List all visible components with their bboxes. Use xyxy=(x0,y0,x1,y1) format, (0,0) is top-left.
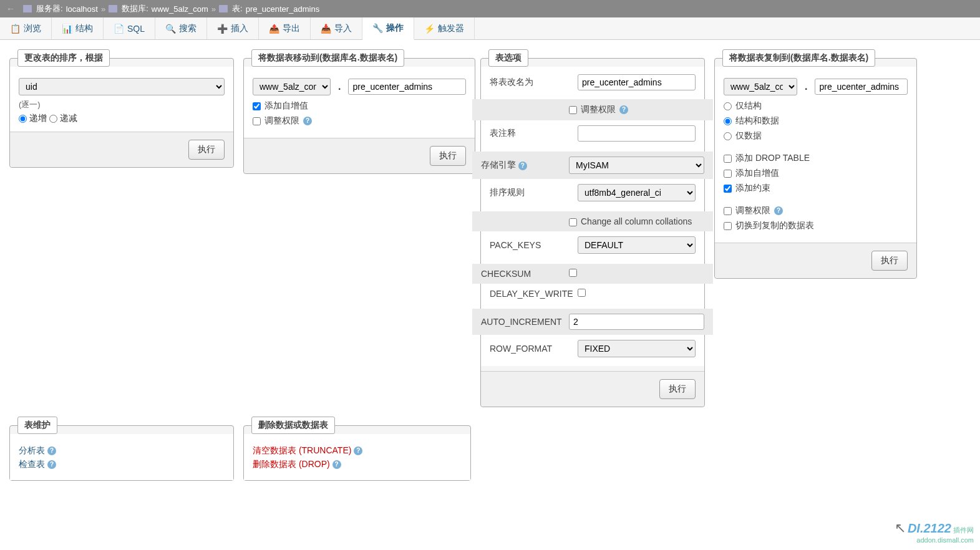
auto-inc-label: AUTO_INCREMENT xyxy=(481,317,565,327)
tab-sql[interactable]: 📄SQL xyxy=(104,17,155,39)
row-format-label: ROW_FORMAT xyxy=(490,344,574,354)
table-options-submit[interactable]: 执行 xyxy=(659,379,696,399)
truncate-link[interactable]: 清空数据表 (TRUNCATE) xyxy=(253,445,351,456)
pack-keys-select[interactable]: DEFAULT xyxy=(578,236,696,254)
engine-label: 存储引擎 xyxy=(481,160,516,170)
copy-structure-data-radio[interactable] xyxy=(724,117,732,125)
delete-panel: 删除数据或数据表 清空数据表 (TRUNCATE) ? 删除数据表 (DROP)… xyxy=(243,417,471,481)
tab-structure[interactable]: 📊结构 xyxy=(52,17,104,39)
copy-table-submit[interactable]: 执行 xyxy=(871,251,908,271)
browse-icon: 📋 xyxy=(10,24,20,34)
table-options-panel: 表选项 将表改名为 调整权限 ? 表注释 存储引擎 ?MyISAM 排序规则ut… xyxy=(480,49,705,407)
copy-add-drop-checkbox[interactable] xyxy=(724,155,732,163)
help-icon[interactable]: ? xyxy=(303,117,312,125)
database-link[interactable]: www_5alz_com xyxy=(152,4,208,14)
table-link[interactable]: pre_ucenter_admins xyxy=(246,4,320,14)
server-link[interactable]: localhost xyxy=(66,4,98,14)
structure-icon: 📊 xyxy=(62,24,72,34)
dot-separator: . xyxy=(805,81,807,92)
move-db-select[interactable]: www_5alz_com xyxy=(253,78,331,95)
copy-structure-only-radio[interactable] xyxy=(724,102,732,110)
table-options-legend: 表选项 xyxy=(488,49,528,67)
copy-data-only-radio[interactable] xyxy=(724,132,732,140)
change-collations-checkbox[interactable] xyxy=(569,218,577,226)
order-asc-label: 递增 xyxy=(29,113,47,124)
check-link[interactable]: 检查表 xyxy=(19,459,45,470)
checksum-label: CHECKSUM xyxy=(481,269,565,279)
wrench-icon: 🔧 xyxy=(372,23,382,33)
table-icon xyxy=(219,5,228,12)
tab-triggers[interactable]: ⚡触发器 xyxy=(414,17,475,39)
table-label: 表: xyxy=(232,3,243,14)
move-auto-inc-checkbox[interactable] xyxy=(253,102,261,110)
copy-adjust-priv-checkbox[interactable] xyxy=(724,207,732,215)
server-label: 服务器: xyxy=(36,3,63,14)
maintenance-panel: 表维护 分析表 ? 检查表 ? xyxy=(9,417,234,481)
rename-adjust-priv-label: 调整权限 xyxy=(581,104,616,115)
copy-add-drop-label: 添加 DROP TABLE xyxy=(735,153,810,164)
collation-select[interactable]: utf8mb4_general_ci xyxy=(578,184,696,201)
alter-order-submit[interactable]: 执行 xyxy=(188,140,225,160)
tab-import[interactable]: 📥导入 xyxy=(311,17,362,39)
import-icon: 📥 xyxy=(321,24,331,34)
row-format-select[interactable]: FIXED xyxy=(578,340,696,357)
order-desc-label: 递减 xyxy=(60,113,77,124)
checksum-checkbox[interactable] xyxy=(569,269,577,277)
help-icon[interactable]: ? xyxy=(47,446,56,455)
collation-label: 排序规则 xyxy=(490,187,574,198)
copy-switch-label: 切换到复制的数据表 xyxy=(735,220,814,231)
drop-link[interactable]: 删除数据表 (DROP) xyxy=(253,459,330,470)
move-table-legend: 将数据表移动到(数据库名.数据表名) xyxy=(251,49,404,67)
copy-auto-inc-label: 添加自增值 xyxy=(735,168,779,179)
database-label: 数据库: xyxy=(122,3,148,14)
help-icon[interactable]: ? xyxy=(518,162,527,170)
copy-db-select[interactable]: www_5alz_com xyxy=(724,78,797,95)
tab-export[interactable]: 📤导出 xyxy=(259,17,311,39)
order-column-select[interactable]: uid xyxy=(19,78,225,95)
copy-table-panel: 将数据表复制到(数据库名.数据表名) www_5alz_com . 仅结构 结构… xyxy=(714,49,917,279)
separator: » xyxy=(211,4,216,14)
order-desc-radio[interactable] xyxy=(49,115,57,123)
tab-browse[interactable]: 📋浏览 xyxy=(0,17,52,39)
insert-icon: ➕ xyxy=(217,24,227,34)
engine-select[interactable]: MyISAM xyxy=(569,157,704,174)
pack-keys-label: PACK_KEYS xyxy=(490,240,574,250)
copy-table-legend: 将数据表复制到(数据库名.数据表名) xyxy=(722,49,875,67)
trigger-icon: ⚡ xyxy=(424,24,434,34)
back-arrow-icon[interactable]: ← xyxy=(6,4,15,14)
copy-adjust-priv-label: 调整权限 xyxy=(735,205,770,216)
move-table-input[interactable] xyxy=(348,79,466,95)
copy-switch-checkbox[interactable] xyxy=(724,222,732,230)
copy-constraints-checkbox[interactable] xyxy=(724,185,732,193)
copy-table-input[interactable] xyxy=(815,79,908,95)
export-icon: 📤 xyxy=(269,24,279,34)
alter-order-panel: 更改表的排序，根据 uid (逐一) 递增 递减 执行 xyxy=(9,49,234,168)
help-icon[interactable]: ? xyxy=(774,206,783,215)
help-icon[interactable]: ? xyxy=(619,105,628,114)
breadcrumb: ← 服务器: localhost » 数据库: www_5alz_com » 表… xyxy=(0,0,980,17)
order-note: (逐一) xyxy=(19,99,225,110)
help-icon[interactable]: ? xyxy=(47,460,56,469)
auto-inc-input[interactable] xyxy=(569,314,704,330)
move-table-panel: 将数据表移动到(数据库名.数据表名) www_5alz_com . 添加自增值 … xyxy=(243,49,475,174)
server-icon xyxy=(23,5,32,12)
move-adjust-priv-checkbox[interactable] xyxy=(253,117,261,125)
copy-auto-inc-checkbox[interactable] xyxy=(724,170,732,178)
tab-insert[interactable]: ➕插入 xyxy=(207,17,259,39)
analyze-link[interactable]: 分析表 xyxy=(19,445,45,456)
move-table-submit[interactable]: 执行 xyxy=(430,146,466,166)
delay-checkbox[interactable] xyxy=(578,289,586,297)
rename-adjust-priv-checkbox[interactable] xyxy=(569,106,577,114)
comment-input[interactable] xyxy=(578,125,696,142)
help-icon[interactable]: ? xyxy=(354,446,362,455)
change-collations-label: Change all column collations xyxy=(581,216,692,226)
rename-input[interactable] xyxy=(578,74,696,90)
copy-data-only-label: 仅数据 xyxy=(735,130,762,142)
alter-order-legend: 更改表的排序，根据 xyxy=(17,49,110,67)
copy-constraints-label: 添加约束 xyxy=(735,183,770,194)
help-icon[interactable]: ? xyxy=(332,460,341,469)
copy-structure-only-label: 仅结构 xyxy=(735,100,762,112)
order-asc-radio[interactable] xyxy=(19,115,27,123)
tab-search[interactable]: 🔍搜索 xyxy=(155,17,207,39)
tab-operations[interactable]: 🔧操作 xyxy=(362,17,414,40)
